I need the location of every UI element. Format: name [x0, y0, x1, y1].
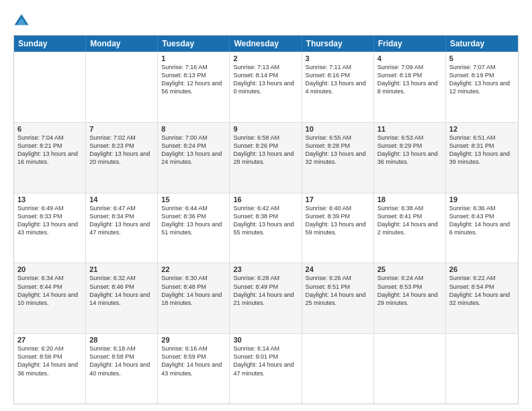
calendar-cell-5-1: 27Sunrise: 6:20 AM Sunset: 8:56 PM Dayli… [14, 334, 86, 404]
cell-info: Sunrise: 6:47 AM Sunset: 8:34 PM Dayligh… [89, 204, 154, 237]
cell-info: Sunrise: 7:13 AM Sunset: 8:14 PM Dayligh… [233, 63, 298, 96]
calendar-cell-5-7 [446, 334, 518, 404]
calendar: SundayMondayTuesdayWednesdayThursdayFrid… [13, 35, 519, 404]
calendar-cell-2-1: 6Sunrise: 7:04 AM Sunset: 8:21 PM Daylig… [14, 123, 86, 193]
cell-info: Sunrise: 6:32 AM Sunset: 8:46 PM Dayligh… [89, 274, 154, 307]
header-day-friday: Friday [374, 36, 446, 52]
calendar-cell-1-5: 3Sunrise: 7:11 AM Sunset: 8:16 PM Daylig… [302, 52, 374, 122]
day-number: 1 [161, 54, 226, 62]
cell-info: Sunrise: 6:16 AM Sunset: 8:59 PM Dayligh… [161, 345, 226, 377]
cell-info: Sunrise: 7:09 AM Sunset: 8:18 PM Dayligh… [378, 63, 442, 96]
calendar-cell-2-5: 10Sunrise: 6:55 AM Sunset: 8:28 PM Dayli… [302, 123, 374, 193]
calendar-cell-4-2: 21Sunrise: 6:32 AM Sunset: 8:46 PM Dayli… [86, 263, 158, 333]
day-number: 4 [378, 54, 442, 62]
cell-info: Sunrise: 7:07 AM Sunset: 8:19 PM Dayligh… [449, 63, 515, 96]
logo-icon [13, 12, 30, 28]
page: SundayMondayTuesdayWednesdayThursdayFrid… [0, 0, 532, 411]
day-number: 14 [89, 195, 154, 203]
calendar-week-5: 27Sunrise: 6:20 AM Sunset: 8:56 PM Dayli… [14, 333, 518, 404]
cell-info: Sunrise: 6:26 AM Sunset: 8:51 PM Dayligh… [306, 274, 370, 307]
calendar-cell-3-3: 15Sunrise: 6:44 AM Sunset: 8:36 PM Dayli… [158, 193, 230, 263]
day-number: 5 [449, 54, 515, 62]
calendar-body: 1Sunrise: 7:16 AM Sunset: 8:13 PM Daylig… [14, 52, 518, 404]
day-number: 12 [449, 125, 515, 133]
calendar-week-2: 6Sunrise: 7:04 AM Sunset: 8:21 PM Daylig… [14, 122, 518, 193]
calendar-cell-5-6 [374, 334, 446, 404]
day-number: 9 [233, 125, 298, 133]
day-number: 19 [449, 195, 515, 203]
day-number: 24 [306, 265, 370, 273]
header-day-monday: Monday [86, 36, 158, 52]
day-number: 8 [161, 125, 226, 133]
calendar-cell-3-7: 19Sunrise: 6:36 AM Sunset: 8:43 PM Dayli… [446, 193, 518, 263]
cell-info: Sunrise: 6:20 AM Sunset: 8:56 PM Dayligh… [17, 345, 82, 377]
day-number: 28 [89, 336, 154, 344]
day-number: 21 [89, 265, 154, 273]
cell-info: Sunrise: 6:51 AM Sunset: 8:31 PM Dayligh… [449, 134, 515, 167]
calendar-cell-4-5: 24Sunrise: 6:26 AM Sunset: 8:51 PM Dayli… [302, 263, 374, 333]
calendar-cell-1-6: 4Sunrise: 7:09 AM Sunset: 8:18 PM Daylig… [374, 52, 446, 122]
calendar-cell-4-7: 26Sunrise: 6:22 AM Sunset: 8:54 PM Dayli… [446, 263, 518, 333]
calendar-cell-2-2: 7Sunrise: 7:02 AM Sunset: 8:23 PM Daylig… [86, 123, 158, 193]
day-number: 7 [89, 125, 154, 133]
calendar-cell-4-3: 22Sunrise: 6:30 AM Sunset: 8:48 PM Dayli… [158, 263, 230, 333]
cell-info: Sunrise: 6:40 AM Sunset: 8:39 PM Dayligh… [306, 204, 370, 237]
calendar-cell-1-1 [14, 52, 86, 122]
cell-info: Sunrise: 6:44 AM Sunset: 8:36 PM Dayligh… [161, 204, 226, 237]
cell-info: Sunrise: 6:28 AM Sunset: 8:49 PM Dayligh… [233, 274, 298, 307]
calendar-week-1: 1Sunrise: 7:16 AM Sunset: 8:13 PM Daylig… [14, 52, 518, 122]
cell-info: Sunrise: 6:42 AM Sunset: 8:38 PM Dayligh… [233, 204, 298, 237]
day-number: 27 [17, 336, 82, 344]
calendar-cell-3-4: 16Sunrise: 6:42 AM Sunset: 8:38 PM Dayli… [230, 193, 302, 263]
calendar-cell-4-6: 25Sunrise: 6:24 AM Sunset: 8:53 PM Dayli… [374, 263, 446, 333]
calendar-cell-1-3: 1Sunrise: 7:16 AM Sunset: 8:13 PM Daylig… [158, 52, 230, 122]
calendar-cell-5-5 [302, 334, 374, 404]
cell-info: Sunrise: 6:58 AM Sunset: 8:26 PM Dayligh… [233, 134, 298, 167]
day-number: 29 [161, 336, 226, 344]
day-number: 25 [378, 265, 442, 273]
calendar-cell-5-2: 28Sunrise: 6:18 AM Sunset: 8:58 PM Dayli… [86, 334, 158, 404]
calendar-cell-1-7: 5Sunrise: 7:07 AM Sunset: 8:19 PM Daylig… [446, 52, 518, 122]
header-day-sunday: Sunday [14, 36, 86, 52]
day-number: 13 [17, 195, 82, 203]
cell-info: Sunrise: 7:04 AM Sunset: 8:21 PM Dayligh… [17, 134, 82, 167]
cell-info: Sunrise: 6:30 AM Sunset: 8:48 PM Dayligh… [161, 274, 226, 307]
calendar-week-3: 13Sunrise: 6:49 AM Sunset: 8:33 PM Dayli… [14, 193, 518, 263]
cell-info: Sunrise: 6:14 AM Sunset: 9:01 PM Dayligh… [233, 345, 298, 377]
logo [13, 12, 32, 28]
calendar-cell-1-4: 2Sunrise: 7:13 AM Sunset: 8:14 PM Daylig… [230, 52, 302, 122]
calendar-cell-2-4: 9Sunrise: 6:58 AM Sunset: 8:26 PM Daylig… [230, 123, 302, 193]
day-number: 2 [233, 54, 298, 62]
header-day-tuesday: Tuesday [158, 36, 230, 52]
cell-info: Sunrise: 6:34 AM Sunset: 8:44 PM Dayligh… [17, 274, 82, 307]
calendar-cell-5-4: 30Sunrise: 6:14 AM Sunset: 9:01 PM Dayli… [230, 334, 302, 404]
day-number: 30 [233, 336, 298, 344]
calendar-cell-3-6: 18Sunrise: 6:38 AM Sunset: 8:41 PM Dayli… [374, 193, 446, 263]
cell-info: Sunrise: 6:55 AM Sunset: 8:28 PM Dayligh… [306, 134, 370, 167]
cell-info: Sunrise: 6:18 AM Sunset: 8:58 PM Dayligh… [89, 345, 154, 377]
cell-info: Sunrise: 6:36 AM Sunset: 8:43 PM Dayligh… [449, 204, 515, 237]
cell-info: Sunrise: 7:00 AM Sunset: 8:24 PM Dayligh… [161, 134, 226, 167]
day-number: 6 [17, 125, 82, 133]
calendar-cell-3-1: 13Sunrise: 6:49 AM Sunset: 8:33 PM Dayli… [14, 193, 86, 263]
cell-info: Sunrise: 7:16 AM Sunset: 8:13 PM Dayligh… [161, 63, 226, 96]
day-number: 22 [161, 265, 226, 273]
calendar-cell-1-2 [86, 52, 158, 122]
calendar-cell-4-4: 23Sunrise: 6:28 AM Sunset: 8:49 PM Dayli… [230, 263, 302, 333]
day-number: 18 [378, 195, 442, 203]
calendar-cell-4-1: 20Sunrise: 6:34 AM Sunset: 8:44 PM Dayli… [14, 263, 86, 333]
header-day-wednesday: Wednesday [230, 36, 302, 52]
calendar-cell-2-3: 8Sunrise: 7:00 AM Sunset: 8:24 PM Daylig… [158, 123, 230, 193]
day-number: 11 [378, 125, 442, 133]
calendar-cell-3-5: 17Sunrise: 6:40 AM Sunset: 8:39 PM Dayli… [302, 193, 374, 263]
day-number: 16 [233, 195, 298, 203]
calendar-header: SundayMondayTuesdayWednesdayThursdayFrid… [14, 36, 518, 52]
header-day-thursday: Thursday [302, 36, 374, 52]
day-number: 15 [161, 195, 226, 203]
cell-info: Sunrise: 7:11 AM Sunset: 8:16 PM Dayligh… [306, 63, 370, 96]
day-number: 20 [17, 265, 82, 273]
day-number: 17 [306, 195, 370, 203]
cell-info: Sunrise: 7:02 AM Sunset: 8:23 PM Dayligh… [89, 134, 154, 167]
day-number: 3 [306, 54, 370, 62]
day-number: 10 [306, 125, 370, 133]
